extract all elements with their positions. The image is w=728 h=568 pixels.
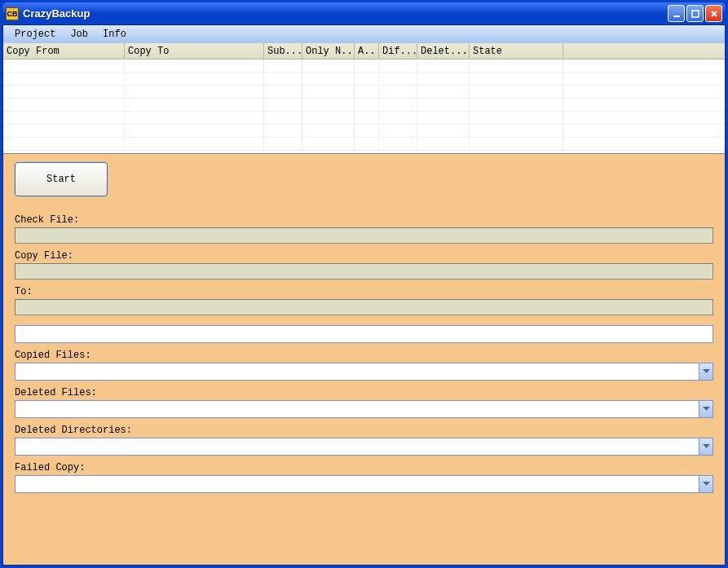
menu-project[interactable]: Project bbox=[8, 27, 62, 42]
svg-rect-0 bbox=[673, 15, 680, 17]
table-cell bbox=[417, 59, 470, 73]
table-cell bbox=[417, 112, 470, 125]
col-delet[interactable]: Delet... bbox=[417, 43, 470, 59]
deleted-directories-dropdown-button[interactable] bbox=[699, 438, 713, 455]
client-area: Project Job Info Copy From Copy To Sub..… bbox=[2, 24, 726, 566]
grid-body[interactable] bbox=[3, 59, 725, 153]
copied-files-combo[interactable] bbox=[15, 363, 713, 381]
to-label: To: bbox=[15, 286, 713, 297]
table-cell bbox=[264, 138, 302, 151]
table-cell bbox=[264, 59, 302, 73]
table-cell bbox=[264, 99, 302, 112]
table-cell bbox=[379, 112, 417, 125]
table-row[interactable] bbox=[3, 99, 725, 112]
app-icon: CB bbox=[6, 7, 19, 20]
table-cell bbox=[3, 112, 125, 125]
copy-file-label: Copy File: bbox=[15, 250, 713, 262]
table-cell bbox=[470, 125, 563, 138]
table-cell bbox=[379, 125, 417, 138]
table-cell bbox=[355, 99, 379, 112]
col-sub[interactable]: Sub... bbox=[264, 43, 302, 59]
grid-header-row: Copy From Copy To Sub... Only N... A.. D… bbox=[3, 43, 725, 59]
table-cell bbox=[563, 59, 725, 73]
table-row[interactable] bbox=[3, 59, 725, 73]
maximize-button[interactable] bbox=[686, 5, 704, 22]
menu-job[interactable]: Job bbox=[64, 27, 95, 42]
table-cell bbox=[417, 138, 470, 151]
minimize-icon bbox=[673, 10, 681, 18]
close-icon bbox=[710, 10, 718, 18]
chevron-down-icon bbox=[703, 407, 710, 412]
table-cell bbox=[302, 59, 355, 73]
svg-rect-1 bbox=[692, 11, 699, 17]
col-a[interactable]: A.. bbox=[355, 43, 379, 59]
failed-copy-dropdown-button[interactable] bbox=[699, 476, 713, 492]
table-cell bbox=[563, 86, 725, 99]
copied-files-label: Copied Files: bbox=[15, 350, 713, 361]
deleted-files-label: Deleted Files: bbox=[15, 387, 713, 398]
col-spacer bbox=[563, 43, 725, 59]
table-row[interactable] bbox=[3, 112, 725, 125]
table-cell bbox=[470, 112, 563, 125]
start-button[interactable]: Start bbox=[15, 162, 108, 196]
table-cell bbox=[355, 125, 379, 138]
table-cell bbox=[125, 112, 264, 125]
table-cell bbox=[563, 138, 725, 151]
svg-marker-5 bbox=[703, 407, 710, 411]
table-cell bbox=[302, 112, 355, 125]
failed-copy-combo[interactable] bbox=[15, 475, 713, 493]
svg-marker-7 bbox=[703, 482, 710, 486]
table-cell bbox=[379, 99, 417, 112]
table-row[interactable] bbox=[3, 125, 725, 138]
table-cell bbox=[379, 59, 417, 73]
deleted-files-input[interactable] bbox=[15, 401, 699, 417]
table-cell bbox=[3, 86, 125, 99]
titlebar[interactable]: CB CrazyBackup bbox=[2, 2, 726, 24]
check-file-label: Check File: bbox=[15, 214, 713, 226]
copied-files-input[interactable] bbox=[15, 363, 699, 380]
table-row[interactable] bbox=[3, 138, 725, 151]
copy-file-field bbox=[15, 263, 713, 280]
failed-copy-label: Failed Copy: bbox=[15, 462, 713, 473]
deleted-directories-combo[interactable] bbox=[15, 438, 713, 456]
table-cell bbox=[3, 99, 125, 112]
table-cell bbox=[264, 112, 302, 125]
to-field bbox=[15, 299, 713, 315]
copied-files-dropdown-button[interactable] bbox=[699, 363, 713, 380]
status-field[interactable] bbox=[15, 325, 713, 343]
col-dif[interactable]: Dif... bbox=[379, 43, 417, 59]
col-state[interactable]: State bbox=[470, 43, 563, 59]
col-copy-from[interactable]: Copy From bbox=[3, 43, 125, 59]
table-cell bbox=[264, 73, 302, 86]
col-only-n[interactable]: Only N... bbox=[302, 43, 355, 59]
table-cell bbox=[379, 73, 417, 86]
table-cell bbox=[355, 86, 379, 99]
table-cell bbox=[125, 99, 264, 112]
minimize-button[interactable] bbox=[668, 5, 685, 22]
jobs-grid[interactable]: Copy From Copy To Sub... Only N... A.. D… bbox=[3, 43, 725, 154]
table-cell bbox=[470, 73, 563, 86]
table-cell bbox=[379, 86, 417, 99]
table-cell bbox=[355, 73, 379, 86]
col-copy-to[interactable]: Copy To bbox=[125, 43, 264, 59]
table-cell bbox=[125, 86, 264, 99]
maximize-icon bbox=[691, 10, 699, 18]
table-cell bbox=[3, 125, 125, 138]
table-cell bbox=[417, 73, 470, 86]
menubar: Project Job Info bbox=[3, 25, 725, 43]
menu-info[interactable]: Info bbox=[96, 27, 133, 42]
table-cell bbox=[470, 138, 563, 151]
check-file-field bbox=[15, 227, 713, 244]
table-row[interactable] bbox=[3, 73, 725, 86]
table-cell bbox=[302, 86, 355, 99]
table-cell bbox=[125, 125, 264, 138]
deleted-files-dropdown-button[interactable] bbox=[699, 401, 713, 417]
deleted-directories-input[interactable] bbox=[15, 438, 699, 455]
table-row[interactable] bbox=[3, 86, 725, 99]
close-button[interactable] bbox=[705, 5, 722, 22]
table-cell bbox=[417, 125, 470, 138]
deleted-files-combo[interactable] bbox=[15, 400, 713, 418]
deleted-directories-label: Deleted Directories: bbox=[15, 425, 713, 436]
failed-copy-input[interactable] bbox=[15, 476, 699, 492]
table-cell bbox=[355, 59, 379, 73]
